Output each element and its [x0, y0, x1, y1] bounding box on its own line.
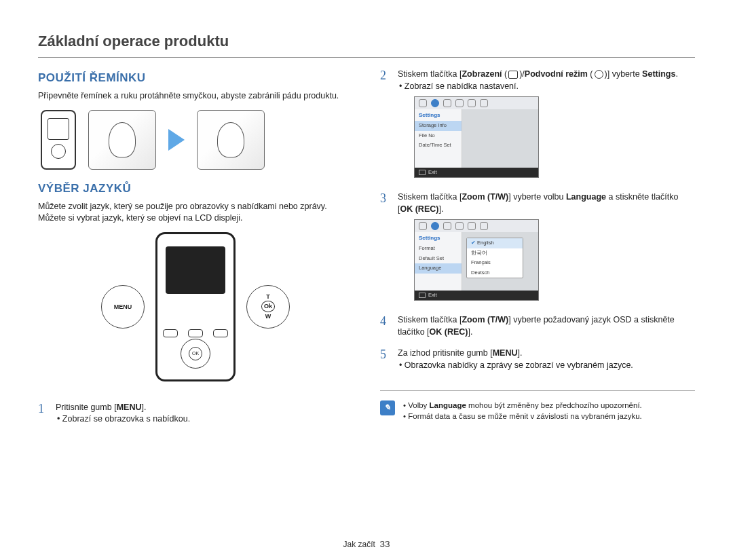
left-column: POUŽITÍ ŘEMÍNKU Připevněte řemínek a ruk… [38, 69, 353, 435]
step-3: 3 Stiskem tlačítka [Zoom (T/W)] vyberte … [380, 191, 695, 305]
ss1-datetime: Date/Time Set [415, 141, 462, 151]
step-5-bullet: Obrazovka nabídky a zprávy se zobrazí ve… [406, 360, 695, 372]
step-4-text: Stiskem tlačítka [Zoom (T/W)] vyberte po… [398, 314, 695, 338]
footer-section: Jak začít [343, 540, 375, 549]
step-5-text: Za izhod pritisnite gumb [MENU]. [398, 348, 695, 360]
ss2-language: Language [415, 263, 462, 274]
step-3-text: Stiskem tlačítka [Zoom (T/W)] vyberte vo… [398, 191, 695, 215]
ss1-exit: Exit [428, 169, 437, 176]
device-front-icon [41, 110, 76, 170]
strap-text: Připevněte řemínek a ruku protáhněte smy… [38, 90, 353, 102]
language-heading: VÝBĚR JAZYKŮ [38, 182, 353, 195]
arrow-right-icon [168, 129, 185, 151]
underwater-icon [595, 70, 603, 79]
hand-strap-icon [88, 110, 156, 170]
step-5: 5 Za izhod pritisnite gumb [MENU]. Obraz… [380, 348, 695, 371]
right-column: 2 Stiskem tlačítka [Zobrazení ()/Podvodn… [380, 69, 695, 435]
return-icon [419, 293, 426, 298]
hand-holding-device-icon [197, 110, 265, 170]
ss1-header: Settings [415, 109, 462, 121]
dpad-t-label: T [266, 293, 270, 301]
note-1: Volby Language mohou být změněny bez pře… [410, 400, 642, 411]
ss1-file-no: File No [415, 131, 462, 141]
step-1-number: 1 [38, 402, 48, 426]
step-1: 1 Pritisnite gumb [MENU]. Zobrazí se obr… [38, 402, 353, 426]
device-large-icon [155, 232, 236, 381]
dpad-callout-icon: T Ok W [246, 285, 290, 329]
lang-english: English [467, 238, 523, 248]
strap-illustration [41, 110, 350, 170]
step-2-bullet: Zobrazí se nabídka nastavení. [406, 81, 695, 93]
lang-deutsch: Deutsch [467, 268, 523, 278]
step-2-text: Stiskem tlačítka [Zobrazení ()/Podvodní … [398, 69, 695, 81]
return-icon [419, 170, 426, 175]
lang-francais: Français [467, 258, 523, 268]
display-icon [508, 71, 518, 79]
ss2-format: Format [415, 244, 462, 254]
settings-tab-icon [431, 99, 439, 107]
step-2: 2 Stiskem tlačítka [Zobrazení ()/Podvodn… [380, 69, 695, 182]
step-4-number: 4 [380, 314, 390, 338]
ss2-header: Settings [415, 232, 462, 244]
step-1-text: Pritisnite gumb [MENU]. [56, 402, 353, 414]
settings-screenshot-1: Settings Storage Info File No Date/Time … [414, 96, 539, 178]
step-3-number: 3 [380, 191, 390, 305]
settings-screenshot-2: Settings Format Default Set Language Eng… [414, 219, 539, 301]
step-2-number: 2 [380, 69, 390, 182]
settings-tab-icon [431, 222, 439, 230]
page-footer: Jak začít 33 [0, 539, 733, 549]
dpad-ok-label: Ok [261, 301, 275, 312]
step-4: 4 Stiskem tlačítka [Zoom (T/W)] vyberte … [380, 314, 695, 338]
ss2-exit: Exit [428, 292, 437, 299]
ss1-storage-info: Storage Info [415, 121, 462, 131]
device-controls-illustration: MENU T Ok W [38, 232, 353, 381]
lang-korean: 한국어 [467, 248, 523, 259]
step-5-number: 5 [380, 348, 390, 371]
menu-callout-icon: MENU [101, 285, 145, 329]
language-text: Můžete zvolit jazyk, který se použije pr… [38, 201, 353, 224]
dpad-w-label: W [265, 312, 271, 321]
note-2: Formát data a času se může měnit v závis… [410, 411, 642, 422]
strap-heading: POUŽITÍ ŘEMÍNKU [38, 71, 353, 85]
note-box: ✎ Volby Language mohou být změněny bez p… [380, 390, 695, 422]
ss2-default-set: Default Set [415, 254, 462, 264]
page-title: Základní operace produktu [38, 33, 695, 58]
step-1-bullet: Zobrazí se obrazovka s nabídkou. [64, 413, 353, 426]
page-number: 33 [380, 539, 390, 549]
language-popup: English 한국어 Français Deutsch [466, 238, 523, 278]
note-icon: ✎ [380, 400, 395, 415]
